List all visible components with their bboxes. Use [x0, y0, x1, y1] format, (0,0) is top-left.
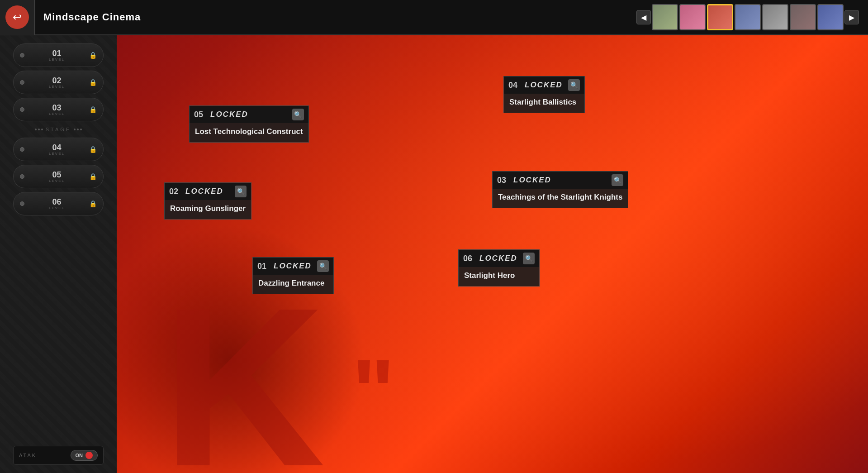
avatar-1[interactable] [652, 4, 678, 30]
main-content: K " 01 LOCKED 🔍 Dazzling Entrance 02 LOC… [117, 35, 868, 473]
card-title-01: Dazzling Entrance [258, 279, 324, 287]
avatar-4[interactable] [735, 4, 761, 30]
level-number: 04 [52, 143, 61, 152]
level-btn-02[interactable]: 02 LEVEL 🔒 [13, 71, 104, 94]
level-label: LEVEL [49, 206, 65, 210]
card-search-01[interactable]: 🔍 [317, 260, 329, 272]
level-label: LEVEL [49, 57, 65, 62]
level-number: 03 [52, 104, 61, 112]
toggle-switch[interactable]: ON [71, 450, 98, 461]
stage-card-03: 03 LOCKED 🔍 Teachings of the Starlight K… [492, 171, 628, 208]
avatar-7[interactable] [817, 4, 844, 30]
level-num-block: 03 LEVEL [49, 104, 65, 116]
level-label: LEVEL [49, 152, 65, 156]
level-btn-05[interactable]: 05 LEVEL 🔒 [13, 165, 104, 188]
dot-decoration [20, 107, 24, 112]
lock-icon: 🔒 [89, 173, 97, 180]
stage-card-02: 02 LOCKED 🔍 Roaming Gunslinger [164, 182, 251, 220]
card-status-01: LOCKED [274, 262, 313, 271]
card-num-06: 06 [463, 254, 476, 263]
card-header-02: 02 LOCKED 🔍 [165, 183, 251, 200]
card-num-04: 04 [508, 81, 521, 90]
card-title-06: Starlight Hero [464, 271, 515, 280]
avatar-6[interactable] [790, 4, 816, 30]
lock-icon: 🔒 [89, 106, 97, 113]
card-body-01: Dazzling Entrance [253, 275, 333, 294]
level-num-block: 01 LEVEL [49, 49, 65, 62]
card-header-01: 01 LOCKED 🔍 [253, 258, 333, 275]
card-body-03: Teachings of the Starlight Knights [493, 189, 628, 208]
level-btn-06[interactable]: 06 LEVEL 🔒 [13, 192, 104, 215]
stage-card-06: 06 LOCKED 🔍 Starlight Hero [458, 249, 540, 287]
toggle-label: ON [76, 453, 83, 458]
avatar-3[interactable] [707, 4, 733, 30]
atak-toggle[interactable]: ATAK ON [13, 446, 104, 465]
level-number: 02 [52, 76, 61, 85]
dot-decoration [20, 174, 24, 179]
app-title: Mindscape Cinema [43, 11, 141, 23]
stage-card-01: 01 LOCKED 🔍 Dazzling Entrance [252, 257, 334, 294]
dot-decoration [20, 53, 24, 57]
card-num-05: 05 [194, 110, 207, 119]
level-label: LEVEL [49, 85, 65, 89]
stage-separator: STAGE [35, 127, 82, 132]
card-num-02: 02 [169, 187, 182, 196]
card-status-05: LOCKED [210, 110, 289, 119]
dot-decoration [20, 201, 24, 206]
level-num-block: 06 LEVEL [49, 198, 65, 210]
logo-area: ↩ [0, 0, 35, 35]
card-header-05: 05 LOCKED 🔍 [190, 106, 308, 123]
card-status-04: LOCKED [525, 81, 564, 90]
lock-icon: 🔒 [89, 200, 97, 207]
atak-label: ATAK [19, 453, 37, 458]
level-label: LEVEL [49, 179, 65, 183]
card-status-03: LOCKED [513, 176, 608, 185]
level-btn-01[interactable]: 01 LEVEL 🔒 [13, 43, 104, 67]
lock-icon: 🔒 [89, 79, 97, 86]
card-header-04: 04 LOCKED 🔍 [504, 76, 584, 94]
lock-icon: 🔒 [89, 52, 97, 59]
card-body-04: Starlight Ballistics [504, 94, 584, 113]
card-status-02: LOCKED [185, 187, 231, 196]
level-btn-03[interactable]: 03 LEVEL 🔒 [13, 98, 104, 121]
card-body-06: Starlight Hero [459, 267, 539, 286]
card-search-02[interactable]: 🔍 [235, 186, 247, 197]
dot-decoration [20, 147, 24, 152]
level-number: 01 [52, 49, 61, 57]
level-number: 06 [52, 198, 61, 206]
avatar-list [652, 4, 844, 30]
nav-prev-button[interactable]: ◀ [636, 10, 651, 24]
card-status-06: LOCKED [479, 254, 519, 263]
level-num-block: 04 LEVEL [49, 143, 65, 156]
sidebar: 01 LEVEL 🔒 02 LEVEL 🔒 03 LEVEL 🔒 STAGE 0 [0, 35, 117, 473]
card-title-05: Lost Technological Construct [195, 127, 303, 136]
avatar-2[interactable] [679, 4, 706, 30]
card-num-03: 03 [497, 176, 510, 185]
card-search-03[interactable]: 🔍 [612, 174, 623, 186]
card-header-06: 06 LOCKED 🔍 [459, 250, 539, 267]
card-header-03: 03 LOCKED 🔍 [493, 172, 628, 189]
card-body-02: Roaming Gunslinger [165, 200, 251, 219]
avatar-5[interactable] [762, 4, 788, 30]
card-title-02: Roaming Gunslinger [170, 204, 246, 213]
card-title-04: Starlight Ballistics [509, 98, 576, 106]
back-icon: ↩ [13, 11, 22, 24]
level-btn-04[interactable]: 04 LEVEL 🔒 [13, 138, 104, 161]
back-button[interactable]: ↩ [5, 5, 29, 29]
nav-next-button[interactable]: ▶ [844, 10, 859, 24]
lock-icon: 🔒 [89, 146, 97, 153]
stage-text: STAGE [46, 127, 71, 132]
dot-decoration [20, 80, 24, 85]
card-search-05[interactable]: 🔍 [292, 109, 304, 120]
level-num-block: 02 LEVEL [49, 76, 65, 89]
stage-card-04: 04 LOCKED 🔍 Starlight Ballistics [503, 76, 585, 113]
character-nav: ◀ ▶ [636, 4, 859, 30]
card-body-05: Lost Technological Construct [190, 123, 308, 142]
card-title-03: Teachings of the Starlight Knights [498, 193, 622, 201]
level-number: 05 [52, 171, 61, 179]
level-num-block: 05 LEVEL [49, 171, 65, 183]
card-num-01: 01 [257, 262, 270, 271]
card-search-06[interactable]: 🔍 [523, 253, 535, 264]
stage-card-05: 05 LOCKED 🔍 Lost Technological Construct [189, 105, 309, 143]
card-search-04[interactable]: 🔍 [568, 79, 580, 91]
